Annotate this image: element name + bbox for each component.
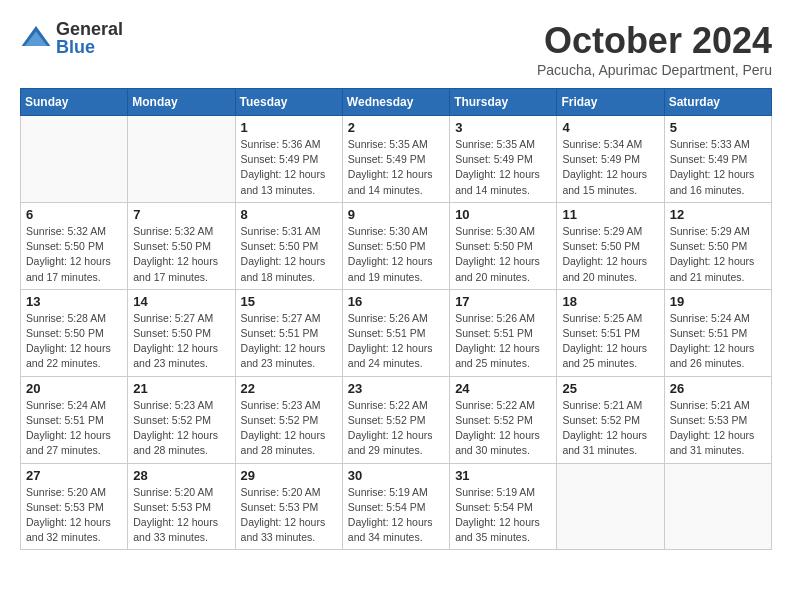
day-info: Sunrise: 5:23 AM Sunset: 5:52 PM Dayligh… <box>133 398 229 459</box>
day-header-wednesday: Wednesday <box>342 89 449 116</box>
day-info: Sunrise: 5:32 AM Sunset: 5:50 PM Dayligh… <box>133 224 229 285</box>
day-header-friday: Friday <box>557 89 664 116</box>
day-number: 10 <box>455 207 551 222</box>
week-row-2: 6Sunrise: 5:32 AM Sunset: 5:50 PM Daylig… <box>21 202 772 289</box>
calendar-cell: 30Sunrise: 5:19 AM Sunset: 5:54 PM Dayli… <box>342 463 449 550</box>
day-number: 2 <box>348 120 444 135</box>
day-info: Sunrise: 5:33 AM Sunset: 5:49 PM Dayligh… <box>670 137 766 198</box>
day-info: Sunrise: 5:19 AM Sunset: 5:54 PM Dayligh… <box>348 485 444 546</box>
calendar-cell <box>128 116 235 203</box>
logo-icon <box>20 22 52 54</box>
day-number: 11 <box>562 207 658 222</box>
calendar-cell: 9Sunrise: 5:30 AM Sunset: 5:50 PM Daylig… <box>342 202 449 289</box>
calendar-cell: 1Sunrise: 5:36 AM Sunset: 5:49 PM Daylig… <box>235 116 342 203</box>
day-info: Sunrise: 5:29 AM Sunset: 5:50 PM Dayligh… <box>562 224 658 285</box>
day-info: Sunrise: 5:26 AM Sunset: 5:51 PM Dayligh… <box>348 311 444 372</box>
day-info: Sunrise: 5:31 AM Sunset: 5:50 PM Dayligh… <box>241 224 337 285</box>
day-info: Sunrise: 5:19 AM Sunset: 5:54 PM Dayligh… <box>455 485 551 546</box>
day-number: 25 <box>562 381 658 396</box>
logo-text: General Blue <box>56 20 123 56</box>
day-number: 29 <box>241 468 337 483</box>
day-number: 30 <box>348 468 444 483</box>
week-row-4: 20Sunrise: 5:24 AM Sunset: 5:51 PM Dayli… <box>21 376 772 463</box>
day-header-monday: Monday <box>128 89 235 116</box>
day-number: 6 <box>26 207 122 222</box>
day-info: Sunrise: 5:29 AM Sunset: 5:50 PM Dayligh… <box>670 224 766 285</box>
calendar-table: SundayMondayTuesdayWednesdayThursdayFrid… <box>20 88 772 550</box>
calendar-cell: 31Sunrise: 5:19 AM Sunset: 5:54 PM Dayli… <box>450 463 557 550</box>
day-number: 18 <box>562 294 658 309</box>
calendar-cell: 22Sunrise: 5:23 AM Sunset: 5:52 PM Dayli… <box>235 376 342 463</box>
calendar-cell: 19Sunrise: 5:24 AM Sunset: 5:51 PM Dayli… <box>664 289 771 376</box>
day-info: Sunrise: 5:23 AM Sunset: 5:52 PM Dayligh… <box>241 398 337 459</box>
calendar-cell: 2Sunrise: 5:35 AM Sunset: 5:49 PM Daylig… <box>342 116 449 203</box>
week-row-3: 13Sunrise: 5:28 AM Sunset: 5:50 PM Dayli… <box>21 289 772 376</box>
day-info: Sunrise: 5:26 AM Sunset: 5:51 PM Dayligh… <box>455 311 551 372</box>
day-number: 12 <box>670 207 766 222</box>
day-number: 8 <box>241 207 337 222</box>
calendar-cell: 14Sunrise: 5:27 AM Sunset: 5:50 PM Dayli… <box>128 289 235 376</box>
day-number: 1 <box>241 120 337 135</box>
day-info: Sunrise: 5:24 AM Sunset: 5:51 PM Dayligh… <box>26 398 122 459</box>
calendar-cell: 4Sunrise: 5:34 AM Sunset: 5:49 PM Daylig… <box>557 116 664 203</box>
logo: General Blue <box>20 20 123 56</box>
calendar-cell: 15Sunrise: 5:27 AM Sunset: 5:51 PM Dayli… <box>235 289 342 376</box>
calendar-cell: 29Sunrise: 5:20 AM Sunset: 5:53 PM Dayli… <box>235 463 342 550</box>
day-number: 13 <box>26 294 122 309</box>
calendar-cell: 5Sunrise: 5:33 AM Sunset: 5:49 PM Daylig… <box>664 116 771 203</box>
day-header-tuesday: Tuesday <box>235 89 342 116</box>
day-info: Sunrise: 5:27 AM Sunset: 5:50 PM Dayligh… <box>133 311 229 372</box>
day-number: 5 <box>670 120 766 135</box>
calendar-cell: 7Sunrise: 5:32 AM Sunset: 5:50 PM Daylig… <box>128 202 235 289</box>
day-info: Sunrise: 5:35 AM Sunset: 5:49 PM Dayligh… <box>455 137 551 198</box>
location-subtitle: Pacucha, Apurimac Department, Peru <box>537 62 772 78</box>
week-row-5: 27Sunrise: 5:20 AM Sunset: 5:53 PM Dayli… <box>21 463 772 550</box>
calendar-cell: 21Sunrise: 5:23 AM Sunset: 5:52 PM Dayli… <box>128 376 235 463</box>
calendar-cell: 24Sunrise: 5:22 AM Sunset: 5:52 PM Dayli… <box>450 376 557 463</box>
logo-blue: Blue <box>56 38 123 56</box>
day-number: 22 <box>241 381 337 396</box>
day-header-thursday: Thursday <box>450 89 557 116</box>
day-info: Sunrise: 5:20 AM Sunset: 5:53 PM Dayligh… <box>133 485 229 546</box>
calendar-cell: 17Sunrise: 5:26 AM Sunset: 5:51 PM Dayli… <box>450 289 557 376</box>
day-header-sunday: Sunday <box>21 89 128 116</box>
week-row-1: 1Sunrise: 5:36 AM Sunset: 5:49 PM Daylig… <box>21 116 772 203</box>
day-number: 15 <box>241 294 337 309</box>
day-number: 16 <box>348 294 444 309</box>
calendar-cell: 26Sunrise: 5:21 AM Sunset: 5:53 PM Dayli… <box>664 376 771 463</box>
day-number: 31 <box>455 468 551 483</box>
day-number: 27 <box>26 468 122 483</box>
day-info: Sunrise: 5:35 AM Sunset: 5:49 PM Dayligh… <box>348 137 444 198</box>
calendar-cell: 16Sunrise: 5:26 AM Sunset: 5:51 PM Dayli… <box>342 289 449 376</box>
calendar-cell: 8Sunrise: 5:31 AM Sunset: 5:50 PM Daylig… <box>235 202 342 289</box>
day-number: 9 <box>348 207 444 222</box>
logo-general: General <box>56 20 123 38</box>
calendar-cell: 20Sunrise: 5:24 AM Sunset: 5:51 PM Dayli… <box>21 376 128 463</box>
day-info: Sunrise: 5:21 AM Sunset: 5:53 PM Dayligh… <box>670 398 766 459</box>
calendar-cell: 10Sunrise: 5:30 AM Sunset: 5:50 PM Dayli… <box>450 202 557 289</box>
day-number: 20 <box>26 381 122 396</box>
day-info: Sunrise: 5:22 AM Sunset: 5:52 PM Dayligh… <box>348 398 444 459</box>
day-number: 3 <box>455 120 551 135</box>
day-info: Sunrise: 5:36 AM Sunset: 5:49 PM Dayligh… <box>241 137 337 198</box>
day-number: 24 <box>455 381 551 396</box>
day-number: 14 <box>133 294 229 309</box>
calendar-cell: 3Sunrise: 5:35 AM Sunset: 5:49 PM Daylig… <box>450 116 557 203</box>
calendar-header-row: SundayMondayTuesdayWednesdayThursdayFrid… <box>21 89 772 116</box>
day-info: Sunrise: 5:30 AM Sunset: 5:50 PM Dayligh… <box>455 224 551 285</box>
calendar-cell: 13Sunrise: 5:28 AM Sunset: 5:50 PM Dayli… <box>21 289 128 376</box>
day-info: Sunrise: 5:21 AM Sunset: 5:52 PM Dayligh… <box>562 398 658 459</box>
month-title: October 2024 <box>537 20 772 62</box>
title-area: October 2024 Pacucha, Apurimac Departmen… <box>537 20 772 78</box>
calendar-cell: 12Sunrise: 5:29 AM Sunset: 5:50 PM Dayli… <box>664 202 771 289</box>
day-number: 26 <box>670 381 766 396</box>
day-number: 23 <box>348 381 444 396</box>
day-info: Sunrise: 5:24 AM Sunset: 5:51 PM Dayligh… <box>670 311 766 372</box>
calendar-cell <box>664 463 771 550</box>
day-number: 19 <box>670 294 766 309</box>
day-number: 4 <box>562 120 658 135</box>
day-info: Sunrise: 5:25 AM Sunset: 5:51 PM Dayligh… <box>562 311 658 372</box>
calendar-cell: 18Sunrise: 5:25 AM Sunset: 5:51 PM Dayli… <box>557 289 664 376</box>
calendar-cell: 25Sunrise: 5:21 AM Sunset: 5:52 PM Dayli… <box>557 376 664 463</box>
day-number: 7 <box>133 207 229 222</box>
